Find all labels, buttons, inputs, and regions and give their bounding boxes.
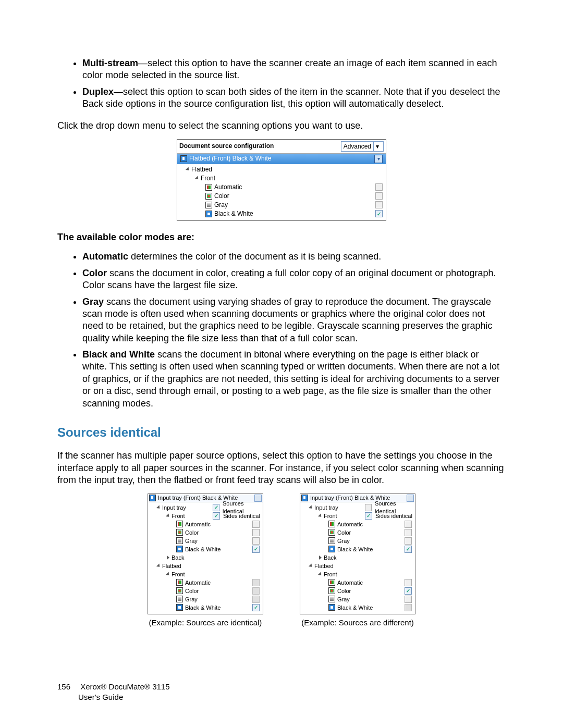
mode-gray[interactable]: Gray✓ xyxy=(300,537,415,545)
tree-node-flatbed[interactable]: Flatbed xyxy=(300,562,415,570)
checkbox[interactable]: ✓ xyxy=(375,210,383,217)
gray-icon xyxy=(176,537,183,544)
checkbox[interactable]: ✓ xyxy=(252,529,260,536)
gray-icon xyxy=(328,537,335,544)
bw-icon xyxy=(328,546,335,552)
expand-icon xyxy=(166,572,170,576)
checkbox[interactable]: ✓ xyxy=(405,529,412,536)
checkbox[interactable]: ✓ xyxy=(405,579,412,586)
tree-node-front[interactable]: Front xyxy=(300,570,415,578)
expand-icon xyxy=(166,513,170,518)
tree-node-front[interactable]: Front ✓Sides identical xyxy=(300,512,415,520)
automatic-icon xyxy=(328,579,335,586)
expand-icon xyxy=(156,505,161,510)
bullet-text: —select this option to have the scanner … xyxy=(82,58,497,80)
selected-source-bar[interactable]: Flatbed (Front) Black & White ▾ xyxy=(177,154,386,164)
mode-bw[interactable]: Black & White✓ xyxy=(300,545,415,553)
expand-icon xyxy=(309,563,313,568)
checkbox[interactable]: ✓ xyxy=(252,521,260,528)
list-item: Gray scans the document using varying sh… xyxy=(82,296,506,345)
mode-gray[interactable]: Gray✓ xyxy=(300,595,415,603)
gray-icon xyxy=(328,596,335,602)
checkbox[interactable]: ✓ xyxy=(252,537,260,545)
mode-color[interactable]: Color✓ xyxy=(148,528,263,537)
checkbox[interactable]: ✓ xyxy=(405,546,412,553)
mode-color[interactable]: Color✓ xyxy=(300,587,415,595)
checkbox[interactable]: ✓ xyxy=(405,596,412,603)
selected-source-label: Flatbed (Front) Black & White xyxy=(189,155,271,163)
mode-automatic[interactable]: Automatic✓ xyxy=(148,520,263,528)
color-icon xyxy=(176,529,183,536)
checkbox[interactable]: ✓ xyxy=(405,521,412,528)
mode-bw[interactable]: Black & White✓ xyxy=(177,209,386,218)
chevron-down-icon: ▾ xyxy=(373,142,381,151)
mode-color[interactable]: Color✓ xyxy=(300,528,415,537)
example-caption: (Example: Sources are different) xyxy=(300,618,415,628)
sources-identical-checkbox[interactable]: ✓ xyxy=(213,504,219,511)
tree-node-flatbed[interactable]: Flatbed xyxy=(177,165,386,174)
tree-node-front[interactable]: Front ✓Sides identical xyxy=(148,512,263,520)
mode-color[interactable]: Color✓ xyxy=(177,192,386,201)
bullet-term: Color xyxy=(82,268,107,278)
bw-icon xyxy=(176,546,183,552)
mode-automatic[interactable]: Automatic✓ xyxy=(148,578,263,587)
tree-node-back[interactable]: Back xyxy=(300,553,415,562)
mode-gray[interactable]: Gray✓ xyxy=(148,595,263,603)
expand-icon xyxy=(318,572,323,576)
mode-gray[interactable]: Gray✓ xyxy=(148,537,263,545)
expand-icon xyxy=(167,556,169,560)
checkbox[interactable]: ✓ xyxy=(405,537,412,545)
footer-line2: User's Guide xyxy=(78,693,123,701)
footer-line1: Xerox® DocuMate® 3115 xyxy=(80,682,169,691)
advanced-dropdown[interactable]: Advanced ▾ xyxy=(341,141,384,152)
bullet-term: Black and White xyxy=(82,349,155,360)
checkbox: ✓ xyxy=(252,596,260,603)
automatic-icon xyxy=(176,579,183,586)
checkbox[interactable]: ✓ xyxy=(405,587,412,595)
sources-identical-checkbox[interactable]: ✓ xyxy=(365,504,372,511)
checkbox[interactable]: ✓ xyxy=(252,546,260,553)
page-icon xyxy=(149,495,156,501)
list-item: Duplex—select this option to scan both s… xyxy=(82,86,506,110)
expand-icon xyxy=(156,563,161,568)
tree-node-input-tray[interactable]: Input tray ✓Sources identical xyxy=(300,503,415,512)
bullet-term: Gray xyxy=(82,297,104,307)
mode-automatic[interactable]: Automatic✓ xyxy=(300,520,415,528)
bullet-term: Duplex xyxy=(82,87,114,97)
checkbox[interactable]: ✓ xyxy=(375,201,383,208)
mode-bw[interactable]: Black & White✓ xyxy=(148,603,263,612)
tree-node-back[interactable]: Back xyxy=(148,553,263,562)
modes-intro: The available color modes are: xyxy=(57,231,506,243)
list-item: Multi-stream—select this option to have … xyxy=(82,57,506,82)
mode-gray[interactable]: Gray✓ xyxy=(177,201,386,209)
mode-automatic[interactable]: Automatic✓ xyxy=(300,578,415,587)
sides-identical-checkbox[interactable]: ✓ xyxy=(213,512,220,520)
example-right: Input tray (Front) Black & White Input t… xyxy=(300,493,415,627)
expand-icon xyxy=(309,505,313,510)
automatic-icon xyxy=(176,521,183,527)
checkbox[interactable]: ✓ xyxy=(375,192,383,200)
example-left: Input tray (Front) Black & White Input t… xyxy=(148,493,263,627)
chevron-down-icon: ▾ xyxy=(374,155,383,163)
example-caption: (Example: Sources are identical) xyxy=(148,618,263,628)
gray-icon xyxy=(176,596,183,602)
automatic-icon xyxy=(205,184,212,191)
tree-node-front[interactable]: Front xyxy=(177,174,386,183)
bw-icon xyxy=(176,604,183,611)
tree-node-front[interactable]: Front xyxy=(148,570,263,578)
tree-node-flatbed[interactable]: Flatbed xyxy=(148,562,263,570)
mode-bw[interactable]: Black & White✓ xyxy=(300,603,415,612)
expand-icon xyxy=(195,176,200,181)
tree-node-input-tray[interactable]: Input tray ✓Sources identical xyxy=(148,503,263,512)
checkbox: ✓ xyxy=(252,579,260,586)
checkbox[interactable]: ✓ xyxy=(375,183,383,191)
bullet-text: —select this option to scan both sides o… xyxy=(82,87,500,109)
intro-list: Multi-stream—select this option to have … xyxy=(57,57,506,110)
section-heading: Sources identical xyxy=(57,424,506,440)
doc-source-config-screenshot: Document source configuration Advanced ▾… xyxy=(177,139,386,221)
gray-icon xyxy=(205,202,212,208)
mode-color[interactable]: Color✓ xyxy=(148,587,263,595)
mode-bw[interactable]: Black & White✓ xyxy=(148,545,263,553)
mode-automatic[interactable]: Automatic✓ xyxy=(177,183,386,192)
sides-identical-checkbox[interactable]: ✓ xyxy=(365,512,372,520)
